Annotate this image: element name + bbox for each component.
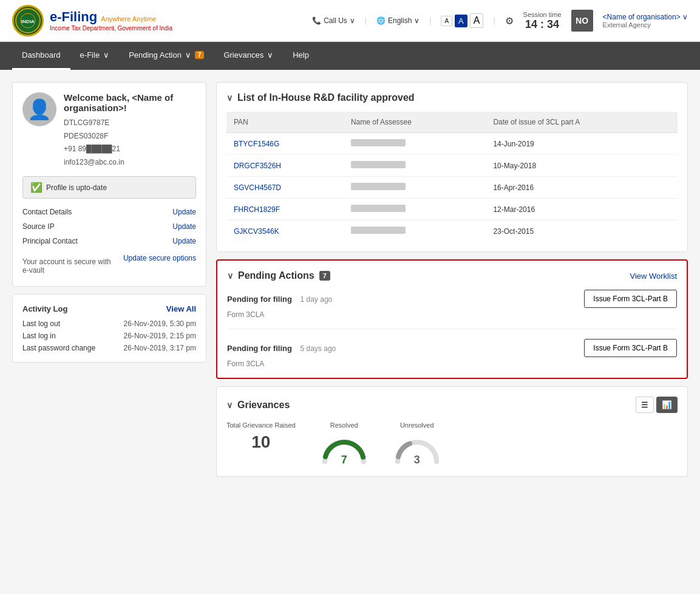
chart-view-toggle[interactable]: 📊 <box>656 397 678 413</box>
pan-link[interactable]: FHRCH1829F <box>234 205 280 214</box>
blurred-name <box>351 205 406 212</box>
contact-details-row: Contact Details Update <box>22 206 196 218</box>
chevron-down-icon: ∨ <box>185 50 191 60</box>
top-right-controls: 📞 Call Us ∨ | 🌐 English ∨ | A A A | ⚙ Se… <box>312 10 688 32</box>
profile-name: Welcome back, <Name of organisation>! <box>64 92 196 113</box>
table-row: DRGCF3526H 10-May-2018 <box>226 155 678 177</box>
main-content: 👤 Welcome back, <Name of organisation>! … <box>0 70 700 489</box>
contact-details-update-link[interactable]: Update <box>172 208 196 216</box>
list-item: Pending for filing 5 days ago Issue Form… <box>227 339 677 368</box>
left-panel: 👤 Welcome back, <Name of organisation>! … <box>12 82 206 477</box>
profile-details: DTLCG9787E PDES03028F +91 89█████21 info… <box>64 117 196 169</box>
pending-item-2-form: Form 3CLA <box>227 360 677 368</box>
separator-3: | <box>493 16 495 25</box>
view-worklist-link[interactable]: View Worklist <box>630 271 677 281</box>
list-item: Last password change 26-Nov-2019, 3:17 p… <box>22 344 196 352</box>
principal-contact-update-link[interactable]: Update <box>172 237 196 245</box>
col-pan: PAN <box>226 112 344 133</box>
issue-form-3cl-button-2[interactable]: Issue Form 3CL-Part B <box>584 339 677 357</box>
resolved-stat: Resolved 7 <box>320 422 369 466</box>
grievances-header: ∨ Grievances ☰ 📊 <box>226 397 678 413</box>
unresolved-stat: Unresolved 3 <box>393 422 441 466</box>
pending-item-2-status-row: Pending for filing 5 days ago <box>227 344 336 353</box>
call-us-link[interactable]: 📞 Call Us ∨ <box>312 16 355 25</box>
table-row: SGVCH4567D 16-Apr-2016 <box>226 177 678 199</box>
chevron-down-icon: ∨ <box>267 50 273 60</box>
principal-contact-row: Principal Contact Update <box>22 235 196 247</box>
list-view-toggle[interactable]: ☰ <box>636 397 654 413</box>
separator-1: | <box>365 16 367 25</box>
blurred-name <box>351 139 406 146</box>
org-badge: NO <box>571 10 593 32</box>
font-small-btn[interactable]: A <box>441 16 452 26</box>
pending-item-1-status-row: Pending for filing 1 day ago <box>227 295 332 304</box>
separator-2: | <box>429 16 431 25</box>
session-area: Session time 14 : 34 <box>523 11 562 31</box>
profile-status: ✅ Profile is upto-date <box>22 176 196 199</box>
collapse-icon[interactable]: ∨ <box>226 400 233 410</box>
nav-item-pending-action[interactable]: Pending Action ∨ 7 <box>119 42 214 70</box>
date-cell: 23-Oct-2015 <box>486 220 678 242</box>
profile-actions: Contact Details Update Source IP Update … <box>22 206 196 276</box>
issue-form-3cl-button-1[interactable]: Issue Form 3CL-Part B <box>584 290 677 308</box>
nav-item-efile[interactable]: e-File ∨ <box>70 42 120 70</box>
pan-link[interactable]: DRGCF3526H <box>234 162 281 170</box>
date-cell: 16-Apr-2016 <box>486 177 678 199</box>
org-sub: External Agency <box>603 21 688 29</box>
view-toggle: ☰ 📊 <box>636 397 678 413</box>
activity-log-rows: Last log out 26-Nov-2019, 5:30 pm Last l… <box>22 319 196 352</box>
blurred-name <box>351 161 406 168</box>
unresolved-gauge-number: 3 <box>414 454 420 466</box>
language-selector[interactable]: 🌐 English ∨ <box>376 16 420 25</box>
collapse-icon[interactable]: ∨ <box>227 271 233 281</box>
activity-log-card: Activity Log View All Last log out 26-No… <box>12 294 206 363</box>
efiling-brand: e-Filing Anywhere Anytime <box>50 9 172 25</box>
list-item: Pending for filing 1 day ago Issue Form … <box>227 290 677 329</box>
pending-item-1-header: Pending for filing 1 day ago Issue Form … <box>227 290 677 308</box>
resolved-gauge-number: 7 <box>341 454 347 466</box>
org-info: <Name of organisation> ∨ External Agency <box>603 13 688 29</box>
check-icon: ✅ <box>30 182 42 193</box>
date-cell: 14-Jun-2019 <box>486 133 678 155</box>
pending-actions-title: ∨ Pending Actions 7 <box>227 270 330 281</box>
logo-area: INDIA e-Filing Anywhere Anytime Income T… <box>12 5 172 36</box>
logo-emblem: INDIA <box>12 5 44 36</box>
pan-link[interactable]: SGVCH4567D <box>234 183 281 192</box>
grievances-stats: Total Grievance Raised 10 Resolved 7 Unr… <box>226 422 678 466</box>
table-row: BTYCF1546G 14-Jun-2019 <box>226 133 678 155</box>
list-item: Last log in 26-Nov-2019, 2:15 pm <box>22 332 196 340</box>
right-panel: ∨ List of In-House R&D facility approved… <box>216 82 688 477</box>
avatar: 👤 <box>22 92 56 126</box>
update-secure-options-link[interactable]: Update secure options <box>123 254 196 262</box>
view-all-link[interactable]: View All <box>166 304 196 313</box>
pan-link[interactable]: GJKCV3546K <box>234 227 279 236</box>
pending-action-badge: 7 <box>195 51 205 59</box>
date-cell: 10-May-2018 <box>486 155 678 177</box>
svg-text:INDIA: INDIA <box>21 19 35 24</box>
nav-item-grievances[interactable]: Grievances ∨ <box>214 42 283 70</box>
org-name[interactable]: <Name of organisation> ∨ <box>603 13 688 21</box>
col-date: Date of issue of 3CL part A <box>486 112 678 133</box>
total-grievance-stat: Total Grievance Raised 10 <box>226 422 296 452</box>
nav-item-help[interactable]: Help <box>283 42 319 70</box>
grievances-title: ∨ Grievances <box>226 400 290 411</box>
rd-table-header: ∨ List of In-House R&D facility approved <box>226 92 678 103</box>
table-row: FHRCH1829F 12-Mar-2016 <box>226 199 678 220</box>
activity-log-header: Activity Log View All <box>22 304 196 313</box>
list-item: Last log out 26-Nov-2019, 5:30 pm <box>22 319 196 328</box>
pending-actions-header: ∨ Pending Actions 7 View Worklist <box>227 270 677 281</box>
font-large-btn[interactable]: A <box>470 13 484 28</box>
settings-icon[interactable]: ⚙ <box>505 15 514 27</box>
pending-actions-badge: 7 <box>319 271 330 281</box>
source-ip-update-link[interactable]: Update <box>172 222 196 231</box>
top-bar: INDIA e-Filing Anywhere Anytime Income T… <box>0 0 700 42</box>
rd-table: PAN Name of Assessee Date of issue of 3C… <box>226 112 678 242</box>
profile-card: 👤 Welcome back, <Name of organisation>! … <box>12 82 206 287</box>
pan-link[interactable]: BTYCF1546G <box>234 140 279 148</box>
date-cell: 12-Mar-2016 <box>486 199 678 220</box>
nav-item-dashboard[interactable]: Dashboard <box>12 42 70 70</box>
font-medium-btn[interactable]: A <box>455 15 467 27</box>
logo-subtitle: Income Tax Department, Government of Ind… <box>50 25 172 32</box>
secure-row: Your account is secure with e-vault Upda… <box>22 252 196 276</box>
collapse-icon[interactable]: ∨ <box>226 93 233 103</box>
